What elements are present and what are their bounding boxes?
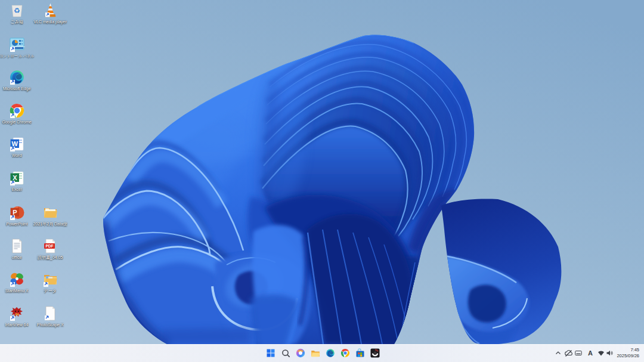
svg-text:64: 64 [15,313,18,316]
svg-text:W: W [11,140,18,147]
svg-text:♻: ♻ [14,7,20,15]
svg-text:P: P [13,209,17,216]
svg-text:PDF: PDF [45,244,53,248]
svg-text:X: X [13,174,17,181]
